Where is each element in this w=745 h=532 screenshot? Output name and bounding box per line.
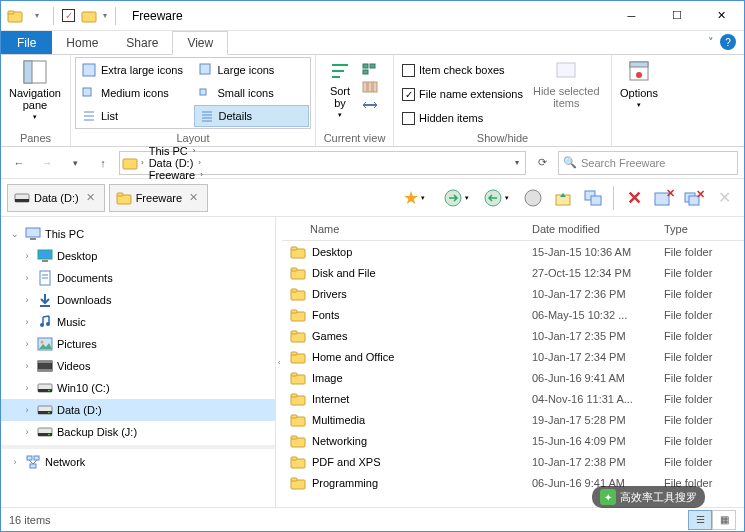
file-row[interactable]: Internet04-Nov-16 11:31 A...File folder: [282, 388, 744, 409]
icons-view-button[interactable]: ▦: [712, 510, 736, 530]
breadcrumb-item[interactable]: This PC›: [147, 145, 208, 157]
file-row[interactable]: Desktop15-Jan-15 10:36 AMFile folder: [282, 241, 744, 262]
close-tab-button[interactable]: ✕: [620, 184, 648, 212]
expand-icon[interactable]: ›: [21, 273, 33, 283]
layout-extra-large-icons[interactable]: Extra large icons: [77, 59, 193, 81]
nav-item-backup-disk-j-[interactable]: ›Backup Disk (J:): [1, 421, 275, 443]
file-row[interactable]: Disk and File27-Oct-15 12:34 PMFile fold…: [282, 262, 744, 283]
nav-item-pictures[interactable]: ›Pictures: [1, 333, 275, 355]
collapse-icon[interactable]: ⌄: [9, 229, 21, 239]
breadcrumb[interactable]: › This PC›Data (D:)›Freeware› ▾: [119, 151, 526, 175]
location-tab[interactable]: Freeware✕: [109, 184, 208, 212]
navigation-pane-button[interactable]: Navigation pane ▾: [5, 57, 65, 123]
nav-splitter[interactable]: [1, 445, 275, 449]
layout-details[interactable]: Details: [194, 105, 310, 127]
file-menu[interactable]: File: [1, 31, 52, 54]
nav-item-win10-c-[interactable]: ›Win10 (C:): [1, 377, 275, 399]
expand-icon[interactable]: ›: [21, 383, 33, 393]
tab-home[interactable]: Home: [52, 31, 112, 54]
options-button[interactable]: Options ▾: [616, 57, 662, 111]
chevron-right-icon[interactable]: ›: [138, 158, 147, 167]
svg-rect-71: [34, 456, 39, 460]
recent-locations-button[interactable]: ▾: [63, 151, 87, 175]
tab-share[interactable]: Share: [112, 31, 172, 54]
file-row[interactable]: Drivers10-Jan-17 2:36 PMFile folder: [282, 283, 744, 304]
file-row[interactable]: Games10-Jan-17 2:35 PMFile folder: [282, 325, 744, 346]
back-button[interactable]: ←: [7, 151, 31, 175]
folder-quick-icon[interactable]: [81, 8, 97, 24]
column-date[interactable]: Date modified: [532, 223, 664, 235]
up-button[interactable]: ↑: [91, 151, 115, 175]
separator: [53, 7, 54, 25]
nav-network[interactable]: › Network: [1, 451, 275, 473]
nav-item-data-d-[interactable]: ›Data (D:): [1, 399, 275, 421]
add-columns-icon[interactable]: [362, 79, 378, 95]
address-dropdown-icon[interactable]: ▾: [511, 158, 523, 167]
qat-dropdown-icon[interactable]: ▾: [29, 8, 45, 24]
search-input[interactable]: 🔍 Search Freeware: [558, 151, 738, 175]
close-all-tabs-button[interactable]: ✕: [680, 184, 708, 212]
clone-tab-button[interactable]: [579, 184, 607, 212]
open-parent-button[interactable]: [549, 184, 577, 212]
ribbon-collapse-icon[interactable]: ˅: [708, 36, 714, 49]
file-row[interactable]: Home and Office10-Jan-17 2:34 PMFile fol…: [282, 346, 744, 367]
svg-rect-70: [27, 456, 32, 460]
expand-icon[interactable]: ›: [9, 457, 21, 467]
qat-overflow-icon[interactable]: ▾: [103, 11, 107, 20]
nav-item-downloads[interactable]: ›Downloads: [1, 289, 275, 311]
details-view-button[interactable]: ☰: [688, 510, 712, 530]
nav-history-2-button[interactable]: ▾: [479, 184, 517, 212]
breadcrumb-item[interactable]: Data (D:)›: [147, 157, 208, 169]
file-row[interactable]: PDF and XPS10-Jan-17 2:38 PMFile folder: [282, 451, 744, 472]
ribbon: Navigation pane ▾ Panes Extra large icon…: [1, 55, 744, 147]
minimize-button[interactable]: ─: [609, 1, 654, 31]
sort-by-button[interactable]: Sort by ▾: [320, 57, 360, 121]
nav-item-music[interactable]: ›Music: [1, 311, 275, 333]
file-row[interactable]: Fonts06-May-15 10:32 ...File folder: [282, 304, 744, 325]
forward-button[interactable]: →: [35, 151, 59, 175]
layout-small-icons[interactable]: Small icons: [194, 82, 310, 104]
nav-item-desktop[interactable]: ›Desktop: [1, 245, 275, 267]
item-check-boxes[interactable]: Item check boxes: [398, 59, 527, 81]
file-row[interactable]: Image06-Jun-16 9:41 AMFile folder: [282, 367, 744, 388]
layout-large-icons[interactable]: Large icons: [194, 59, 310, 81]
column-name[interactable]: Name: [282, 223, 532, 235]
file-row[interactable]: Networking15-Jun-16 4:09 PMFile folder: [282, 430, 744, 451]
help-icon[interactable]: ?: [720, 34, 736, 50]
close-tab-icon[interactable]: ✕: [83, 191, 98, 204]
favorites-button[interactable]: ★▾: [399, 184, 437, 212]
expand-icon[interactable]: ›: [21, 251, 33, 261]
layout-medium-icons[interactable]: Medium icons: [77, 82, 193, 104]
hide-selected-button[interactable]: Hide selected items: [529, 57, 604, 111]
nav-item-documents[interactable]: ›Documents: [1, 267, 275, 289]
nav-item-videos[interactable]: ›Videos: [1, 355, 275, 377]
chevron-right-icon[interactable]: ›: [195, 158, 204, 167]
tab-view[interactable]: View: [172, 31, 228, 55]
refresh-button[interactable]: ⟳: [530, 151, 554, 175]
group-by-icon[interactable]: [362, 61, 378, 77]
close-tab-icon[interactable]: ✕: [186, 191, 201, 204]
go-button[interactable]: [519, 184, 547, 212]
file-row[interactable]: Multimedia19-Jan-17 5:28 PMFile folder: [282, 409, 744, 430]
nav-this-pc[interactable]: ⌄ This PC: [1, 223, 275, 245]
expand-icon[interactable]: ›: [21, 339, 33, 349]
location-tab[interactable]: Data (D:)✕: [7, 184, 105, 212]
nav-history-button[interactable]: ▾: [439, 184, 477, 212]
expand-icon[interactable]: ›: [21, 361, 33, 371]
expand-icon[interactable]: ›: [21, 295, 33, 305]
file-name-extensions[interactable]: ✓File name extensions: [398, 83, 527, 105]
more-button[interactable]: ✕: [710, 184, 738, 212]
hidden-items[interactable]: Hidden items: [398, 107, 527, 129]
close-other-tabs-button[interactable]: ✕: [650, 184, 678, 212]
expand-icon[interactable]: ›: [21, 405, 33, 415]
chevron-right-icon[interactable]: ›: [190, 146, 199, 155]
layout-list[interactable]: List: [77, 105, 193, 127]
qat-checkbox[interactable]: ✓: [62, 9, 75, 22]
chevron-right-icon[interactable]: ›: [197, 170, 206, 179]
expand-icon[interactable]: ›: [21, 427, 33, 437]
close-button[interactable]: ✕: [699, 1, 744, 31]
size-columns-icon[interactable]: [362, 97, 378, 113]
expand-icon[interactable]: ›: [21, 317, 33, 327]
maximize-button[interactable]: ☐: [654, 1, 699, 31]
column-type[interactable]: Type: [664, 223, 744, 235]
